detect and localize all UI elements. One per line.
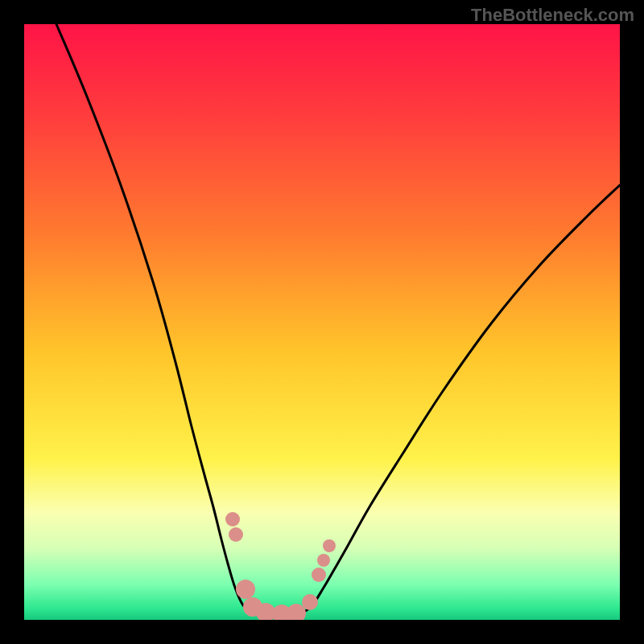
- chart-frame: TheBottleneck.com: [0, 0, 644, 644]
- trough-dot: [312, 568, 326, 582]
- trough-dot: [229, 527, 243, 542]
- plot-area: [24, 24, 620, 620]
- trough-dot: [323, 539, 336, 552]
- trough-dot: [236, 580, 255, 599]
- trough-dot: [225, 512, 240, 526]
- trough-dot: [317, 554, 330, 567]
- left-branch-curve: [56, 24, 282, 614]
- watermark-text: TheBottleneck.com: [471, 5, 634, 26]
- curve-layer: [24, 24, 620, 620]
- trough-dot: [302, 594, 318, 610]
